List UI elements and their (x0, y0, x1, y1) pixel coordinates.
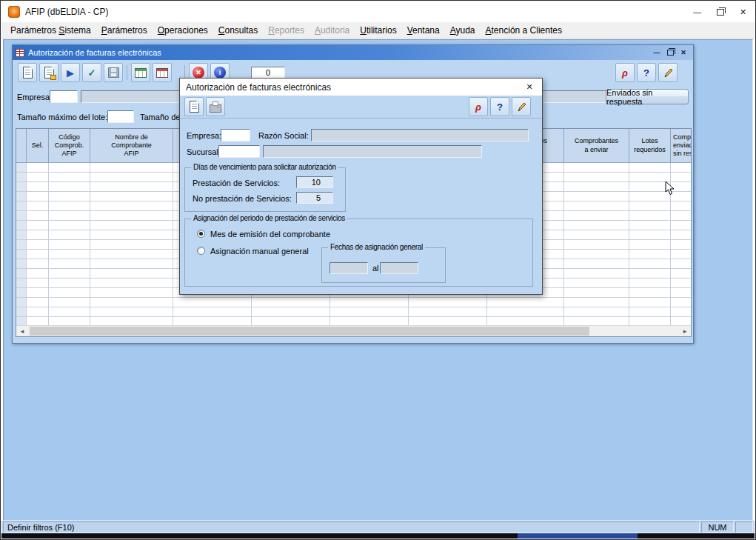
table-cell[interactable] (409, 307, 487, 317)
table-cell[interactable] (27, 211, 49, 221)
empresa-code-field[interactable] (50, 90, 78, 103)
table-cell[interactable] (16, 163, 27, 173)
table-cell[interactable] (49, 173, 90, 182)
table-cell[interactable] (49, 279, 90, 288)
table-cell[interactable] (90, 230, 173, 240)
help-button[interactable]: ? (637, 63, 656, 82)
table-cell[interactable] (564, 221, 629, 230)
grid-column-header[interactable]: Código Comprob. AFIP (49, 129, 90, 163)
table-cell[interactable] (671, 259, 692, 269)
dialog-new-button[interactable] (184, 97, 204, 116)
table-cell[interactable] (564, 298, 629, 307)
table-cell[interactable] (671, 269, 692, 279)
exit-button[interactable]: ρ (615, 63, 635, 82)
grid-column-header[interactable]: Comprobantes enviados sin respuesta (671, 129, 692, 163)
table-cell[interactable] (27, 240, 49, 250)
grid-column-header[interactable]: Nombre de Comprobante AFIP (90, 129, 173, 163)
table-cell[interactable] (629, 259, 671, 269)
child-restore-button[interactable] (663, 47, 677, 59)
table-cell[interactable] (27, 173, 49, 182)
dialog-empresa-field[interactable] (221, 129, 250, 141)
table-cell[interactable] (671, 201, 692, 211)
close-button[interactable]: ✕ (732, 1, 755, 22)
dialog-titlebar[interactable]: Autorización de facturas electrónicas ✕ (180, 79, 542, 96)
table-cell[interactable] (16, 279, 27, 288)
scroll-left-button[interactable]: ◂ (16, 326, 28, 336)
radio-mes-emision-label[interactable]: Mes de emisión del comprobante (210, 230, 330, 239)
table-cell[interactable] (49, 211, 90, 221)
table-cell[interactable] (629, 211, 671, 221)
menu-item-operaciones[interactable]: Operaciones (153, 24, 213, 37)
table-cell[interactable] (671, 221, 692, 230)
table-row[interactable] (16, 307, 691, 317)
table-cell[interactable] (90, 250, 173, 259)
table-cell[interactable] (27, 163, 49, 173)
table-cell[interactable] (629, 307, 671, 317)
menu-item-consultas[interactable]: Consultas (213, 24, 263, 37)
table-cell[interactable] (90, 259, 173, 269)
table-cell[interactable] (671, 288, 692, 298)
table-cell[interactable] (629, 163, 671, 173)
minimize-button[interactable]: — (686, 1, 709, 22)
table-cell[interactable] (90, 201, 173, 211)
edit-tools-button[interactable] (658, 63, 678, 82)
child-titlebar[interactable]: Autorización de facturas electrónicas — … (13, 45, 693, 60)
table-cell[interactable] (564, 192, 629, 201)
table-cell[interactable] (16, 288, 27, 298)
table-cell[interactable] (27, 259, 49, 269)
table-cell[interactable] (27, 269, 49, 279)
grid-column-header[interactable]: Lotes requeridos (629, 129, 671, 163)
table-view-button[interactable] (131, 63, 150, 82)
table-cell[interactable] (27, 288, 49, 298)
table-cell[interactable] (252, 307, 330, 317)
table-cell[interactable] (564, 163, 629, 173)
scroll-right-button[interactable]: ▸ (679, 326, 691, 336)
table-cell[interactable] (173, 307, 252, 317)
table-cell[interactable] (27, 250, 49, 259)
table-cell[interactable] (27, 182, 49, 192)
menu-item-atencion-a-clientes[interactable]: Atención a Clientes (481, 24, 567, 37)
table-cell[interactable] (49, 230, 90, 240)
table-cell[interactable] (564, 259, 629, 269)
table-cell[interactable] (564, 211, 629, 221)
dialog-close-button[interactable]: ✕ (517, 79, 542, 96)
table-cell[interactable] (16, 230, 27, 240)
tamano-lote-field[interactable] (107, 110, 134, 123)
table-cell[interactable] (671, 230, 692, 240)
table-cell[interactable] (16, 250, 27, 259)
open-properties-button[interactable] (39, 63, 58, 82)
table-cell[interactable] (671, 211, 692, 221)
table-cell[interactable] (90, 279, 173, 288)
table-cell[interactable] (49, 307, 90, 317)
validate-button[interactable]: ✓ (82, 63, 101, 82)
save-button[interactable] (104, 63, 123, 82)
table-cell[interactable] (252, 298, 330, 307)
table-cell[interactable] (90, 173, 173, 182)
table-cell[interactable] (629, 298, 671, 307)
table-cell[interactable] (27, 221, 49, 230)
table-cell[interactable] (90, 163, 173, 173)
new-document-button[interactable] (18, 63, 37, 82)
table-cell[interactable] (173, 298, 252, 307)
menu-item-ayuda[interactable]: Ayuda (445, 24, 481, 37)
table-cell[interactable] (27, 230, 49, 240)
table-cell[interactable] (564, 269, 629, 279)
table-cell[interactable] (671, 250, 692, 259)
dialog-print-button[interactable] (206, 97, 225, 116)
radio-asignacion-manual-label[interactable]: Asignación manual general (210, 247, 309, 256)
table-cell[interactable] (629, 240, 671, 250)
table-cell[interactable] (671, 307, 692, 317)
table-cell[interactable] (671, 298, 692, 307)
table-cell[interactable] (49, 192, 90, 201)
table-cell[interactable] (49, 269, 90, 279)
table-cell[interactable] (671, 163, 692, 173)
table-cell[interactable] (49, 288, 90, 298)
table-cell[interactable] (564, 288, 629, 298)
table-cell[interactable] (16, 259, 27, 269)
table-cell[interactable] (16, 192, 27, 201)
menu-item-ventana[interactable]: Ventana (402, 24, 445, 37)
table-cell[interactable] (487, 298, 564, 307)
dialog-help-button[interactable]: ? (490, 97, 509, 116)
table-cell[interactable] (564, 173, 629, 182)
table-row[interactable] (16, 298, 691, 307)
